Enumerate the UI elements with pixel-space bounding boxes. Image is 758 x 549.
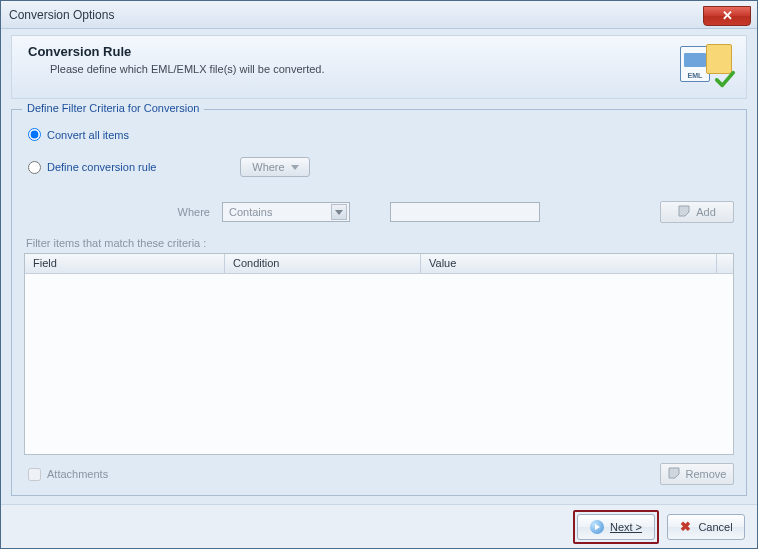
grid-header: Field Condition Value <box>25 254 733 274</box>
add-button: Add <box>660 201 734 223</box>
add-icon <box>678 205 690 219</box>
attachments-checkbox-row: Attachments <box>28 468 108 481</box>
checkmark-icon <box>714 68 736 90</box>
col-spacer <box>717 254 733 273</box>
remove-icon <box>668 467 680 481</box>
criteria-form-row: Where Contains Add <box>110 201 734 223</box>
radio-convert-all[interactable] <box>28 128 41 141</box>
remove-button: Remove <box>660 463 734 485</box>
radio-define-rule-label[interactable]: Define conversion rule <box>47 161 156 173</box>
combobox-button <box>331 204 347 220</box>
col-value[interactable]: Value <box>421 254 717 273</box>
cancel-button[interactable]: ✖ Cancel <box>667 514 745 540</box>
radio-convert-all-label[interactable]: Convert all items <box>47 129 129 141</box>
add-button-label: Add <box>696 206 716 218</box>
next-arrow-icon <box>590 520 604 534</box>
chevron-down-icon <box>291 165 299 170</box>
value-textbox <box>390 202 540 222</box>
fieldset-legend: Define Filter Criteria for Conversion <box>22 102 204 114</box>
radio-define-rule[interactable] <box>28 161 41 174</box>
cancel-icon: ✖ <box>679 520 692 533</box>
header-text: Conversion Rule Please define which EML/… <box>28 44 325 75</box>
close-button[interactable]: ✕ <box>703 6 751 26</box>
chevron-down-icon <box>335 210 343 215</box>
titlebar: Conversion Options ✕ <box>1 1 757 29</box>
col-condition[interactable]: Condition <box>225 254 421 273</box>
remove-button-label: Remove <box>686 468 727 480</box>
where-dropdown-disabled: Where <box>240 157 310 177</box>
where-pill-label: Where <box>252 161 284 173</box>
filter-hint: Filter items that match these criteria : <box>26 237 734 249</box>
attachments-label: Attachments <box>47 468 108 480</box>
header-subtitle: Please define which EML/EMLX file(s) wil… <box>50 63 325 75</box>
radio-row-rule: Define conversion rule Where <box>28 157 734 177</box>
next-button[interactable]: Next > <box>577 514 655 540</box>
next-button-highlight: Next > <box>573 510 659 544</box>
where-label: Where <box>110 206 210 218</box>
content-area: Conversion Rule Please define which EML/… <box>1 29 757 504</box>
grid-body <box>25 274 733 454</box>
attachments-checkbox <box>28 468 41 481</box>
radio-row-all: Convert all items <box>28 128 734 141</box>
window-title: Conversion Options <box>9 8 114 22</box>
footer: Next > ✖ Cancel <box>1 504 757 548</box>
filter-fieldset: Define Filter Criteria for Conversion Co… <box>11 109 747 496</box>
next-button-label: Next > <box>610 521 642 533</box>
criteria-grid: Field Condition Value <box>24 253 734 455</box>
header-title: Conversion Rule <box>28 44 325 59</box>
fieldset-bottom-row: Attachments Remove <box>24 463 734 485</box>
condition-combobox: Contains <box>222 202 350 222</box>
header-panel: Conversion Rule Please define which EML/… <box>11 35 747 99</box>
condition-value: Contains <box>229 206 272 218</box>
close-icon: ✕ <box>722 8 733 23</box>
header-icon <box>680 44 734 88</box>
col-field[interactable]: Field <box>25 254 225 273</box>
cancel-button-label: Cancel <box>698 521 732 533</box>
window-frame: Conversion Options ✕ Conversion Rule Ple… <box>0 0 758 549</box>
